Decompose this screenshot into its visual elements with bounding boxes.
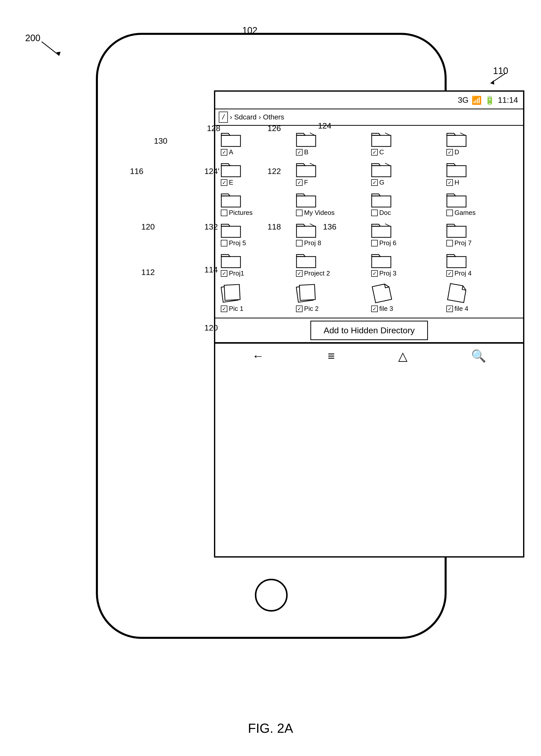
checkbox-pic1[interactable]: [221, 306, 227, 312]
folder-label-h: H: [446, 179, 459, 186]
folder-icon-proj8: [296, 222, 316, 238]
paper-icon-file3: [371, 282, 393, 304]
folder-icon-proj4: [446, 252, 467, 268]
folder-label-proj8: Proj 8: [296, 239, 321, 247]
folder-name-proj3: Proj 3: [379, 269, 396, 277]
folder-label-proj7: Proj 7: [446, 239, 472, 247]
folder-label-f: F: [296, 179, 308, 186]
folder-icon-proj3: [371, 252, 391, 268]
checkbox-myvideos[interactable]: [296, 210, 302, 216]
clock: 11:14: [498, 95, 518, 105]
back-button[interactable]: ←: [252, 349, 264, 363]
folder-icon-h: [446, 161, 467, 178]
file-name-file3: file 3: [379, 305, 393, 313]
checkbox-pictures[interactable]: [221, 210, 227, 216]
checkbox-e[interactable]: [221, 179, 227, 186]
folder-label-b: B: [296, 148, 308, 156]
add-to-hidden-directory-button[interactable]: Add to Hidden Directory: [310, 321, 428, 340]
folder-item-c[interactable]: C: [369, 128, 444, 159]
folder-item-myvideos[interactable]: My Videos: [294, 189, 369, 219]
folder-icon-proj1: [221, 252, 241, 268]
folder-item-b[interactable]: B: [294, 128, 369, 159]
folder-label-proj6: Proj 6: [371, 239, 396, 247]
folder-item-proj3[interactable]: Proj 3: [369, 249, 444, 280]
checkbox-f[interactable]: [296, 179, 302, 186]
checkbox-proj8[interactable]: [296, 240, 302, 246]
folder-name-a: A: [229, 148, 233, 156]
file-item-file3[interactable]: file 3: [369, 280, 444, 315]
folder-item-d[interactable]: D: [444, 128, 520, 159]
folder-label-games: Games: [446, 209, 476, 217]
checkbox-proj7[interactable]: [446, 240, 453, 246]
checkbox-games[interactable]: [446, 210, 453, 216]
checkbox-file3[interactable]: [371, 306, 378, 312]
file-item-pic1[interactable]: Pic 1: [219, 280, 294, 315]
svg-line-0: [42, 42, 59, 56]
checkbox-a[interactable]: [221, 149, 227, 156]
breadcrumb-sdcard[interactable]: Sdcard: [234, 113, 257, 121]
checkbox-proj6[interactable]: [371, 240, 378, 246]
anno-128: 128: [207, 124, 220, 133]
ref-110-arrow: [488, 71, 508, 86]
folder-item-g[interactable]: G: [369, 159, 444, 189]
folder-item-proj6[interactable]: Proj 6: [369, 219, 444, 249]
file-row-3: Pictures My Videos: [215, 189, 523, 219]
folder-item-h[interactable]: H: [444, 159, 520, 189]
checkbox-g[interactable]: [371, 179, 378, 186]
checkbox-proj3[interactable]: [371, 270, 378, 277]
folder-name-proj4: Proj 4: [454, 269, 472, 277]
breadcrumb-root[interactable]: /: [219, 112, 228, 123]
ref-200: 200: [25, 33, 40, 43]
folder-item-project2[interactable]: Project 2: [294, 249, 369, 280]
checkbox-h[interactable]: [446, 179, 453, 186]
search-button[interactable]: 🔍: [471, 349, 486, 363]
svg-marker-11: [448, 284, 467, 303]
checkbox-project2[interactable]: [296, 270, 302, 277]
folder-icon-proj5: [221, 222, 241, 238]
checkbox-file4[interactable]: [446, 306, 453, 312]
folder-item-proj4[interactable]: Proj 4: [444, 249, 520, 280]
folder-item-proj1[interactable]: Proj1: [219, 249, 294, 280]
folder-label-doc: Doc: [371, 209, 391, 217]
folder-name-proj6: Proj 6: [379, 239, 396, 247]
folder-label-project2: Project 2: [296, 269, 330, 277]
action-bar: Add to Hidden Directory: [215, 318, 523, 343]
file-row-5: Proj1 Project 2: [215, 249, 523, 280]
folder-name-f: F: [304, 179, 308, 186]
checkbox-proj5[interactable]: [221, 240, 227, 246]
folder-icon-a: [221, 131, 241, 147]
breadcrumb-others[interactable]: Others: [263, 113, 284, 121]
folder-name-h: H: [454, 179, 459, 186]
file-name-pic2: Pic 2: [304, 305, 319, 313]
home-nav-button[interactable]: △: [398, 349, 407, 363]
folder-item-pictures[interactable]: Pictures: [219, 189, 294, 219]
file-label-file3: file 3: [371, 305, 393, 313]
folder-name-doc: Doc: [379, 209, 391, 217]
file-item-pic2[interactable]: Pic 2: [294, 280, 369, 315]
checkbox-d[interactable]: [446, 149, 453, 156]
menu-button[interactable]: ≡: [328, 349, 335, 363]
paper-icon-file4: [446, 282, 468, 304]
folder-icon-e: [221, 161, 241, 178]
folder-item-proj7[interactable]: Proj 7: [444, 219, 520, 249]
checkbox-pic2[interactable]: [296, 306, 302, 312]
checkbox-b[interactable]: [296, 149, 302, 156]
checkbox-proj1[interactable]: [221, 270, 227, 277]
folder-item-proj5[interactable]: Proj 5: [219, 219, 294, 249]
home-button[interactable]: [255, 579, 288, 612]
folder-item-f[interactable]: F: [294, 159, 369, 189]
file-item-file4[interactable]: file 4: [444, 280, 520, 315]
folder-item-a[interactable]: A: [219, 128, 294, 159]
file-grid-container: A B: [215, 126, 523, 368]
folder-name-c: C: [379, 148, 384, 156]
folder-name-pictures: Pictures: [229, 209, 253, 217]
folder-item-doc[interactable]: Doc: [369, 189, 444, 219]
folder-item-games[interactable]: Games: [444, 189, 520, 219]
svg-rect-9: [299, 284, 315, 300]
checkbox-proj4[interactable]: [446, 270, 453, 277]
checkbox-c[interactable]: [371, 149, 378, 156]
anno-116: 116: [130, 167, 143, 176]
file-name-file4: file 4: [454, 305, 468, 313]
folder-item-e[interactable]: E: [219, 159, 294, 189]
checkbox-doc[interactable]: [371, 210, 378, 216]
